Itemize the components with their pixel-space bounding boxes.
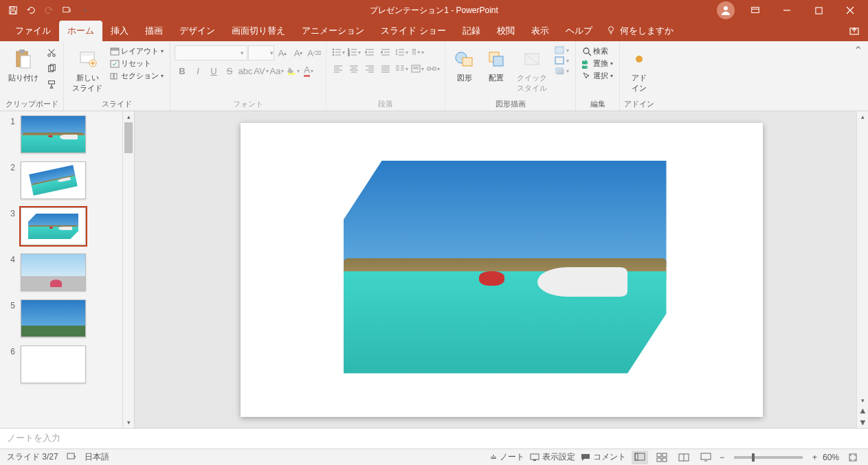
undo-icon[interactable] bbox=[23, 3, 38, 18]
maximize-icon[interactable] bbox=[803, 0, 834, 21]
new-slide-button[interactable]: 新しい スライド bbox=[68, 45, 107, 96]
tab-draw[interactable]: 描画 bbox=[137, 21, 171, 41]
shape-effects-icon[interactable]: ▾ bbox=[553, 66, 571, 76]
bold-icon[interactable]: B bbox=[175, 63, 190, 78]
find-button[interactable]: 検索 bbox=[580, 45, 610, 57]
addins-button[interactable]: アド イン bbox=[624, 45, 654, 96]
thumbnail-6[interactable]: 6 bbox=[7, 345, 120, 383]
shapes-button[interactable]: 図形 bbox=[449, 45, 480, 86]
zoom-in-icon[interactable]: + bbox=[812, 453, 817, 462]
scroll-up-icon[interactable]: ▴ bbox=[857, 111, 868, 122]
zoom-slider[interactable] bbox=[734, 456, 803, 459]
start-from-beginning-icon[interactable] bbox=[59, 3, 74, 18]
font-color-icon[interactable]: A▾ bbox=[301, 63, 316, 78]
bullets-icon[interactable]: ▾ bbox=[331, 45, 346, 59]
prev-slide-icon[interactable]: ⯅ bbox=[857, 406, 868, 417]
tab-file[interactable]: ファイル bbox=[7, 21, 59, 41]
collapse-ribbon-icon[interactable]: ⌃ bbox=[854, 41, 868, 111]
tab-review[interactable]: 校閲 bbox=[489, 21, 523, 41]
shape-fill-icon[interactable]: ▾ bbox=[553, 45, 571, 55]
strike-icon[interactable]: S bbox=[222, 63, 237, 78]
highlight-icon[interactable]: ▾ bbox=[285, 63, 300, 78]
canvas-scrollbar[interactable]: ▴ ▾ ⯅ ⯆ bbox=[856, 111, 868, 428]
char-spacing-icon[interactable]: AV▾ bbox=[254, 63, 269, 78]
select-button[interactable]: 選択▾ bbox=[580, 70, 615, 82]
tab-slideshow[interactable]: スライド ショー bbox=[372, 21, 454, 41]
tell-me-search[interactable]: 何をしますか bbox=[606, 25, 674, 37]
align-text-icon[interactable]: ▾ bbox=[410, 62, 425, 76]
line-spacing-icon[interactable]: ▾ bbox=[394, 45, 409, 59]
arrange-button[interactable]: 配置 bbox=[481, 45, 511, 86]
slideshow-view-icon[interactable] bbox=[698, 451, 714, 464]
align-left-icon[interactable] bbox=[331, 62, 346, 76]
comments-toggle[interactable]: コメント bbox=[581, 451, 626, 463]
font-size-input[interactable]: ▾ bbox=[248, 45, 274, 60]
thumbnail-1[interactable]: 1 bbox=[7, 115, 120, 153]
copy-icon[interactable] bbox=[44, 61, 59, 76]
fit-to-window-icon[interactable] bbox=[845, 451, 861, 464]
tab-home[interactable]: ホーム bbox=[59, 21, 102, 41]
section-button[interactable]: セクション▾ bbox=[108, 70, 166, 82]
share-button[interactable] bbox=[849, 25, 868, 36]
cut-icon[interactable] bbox=[44, 45, 59, 60]
scroll-down-icon[interactable]: ▾ bbox=[123, 417, 134, 428]
redo-icon[interactable] bbox=[41, 3, 56, 18]
qat-dropdown-icon[interactable]: ▾ bbox=[78, 3, 93, 18]
zoom-level[interactable]: 60% bbox=[823, 453, 839, 462]
numbering-icon[interactable]: 123▾ bbox=[346, 45, 361, 59]
account-avatar-icon[interactable] bbox=[717, 1, 735, 19]
slide-sorter-icon[interactable] bbox=[654, 451, 670, 464]
increase-font-icon[interactable]: A▴ bbox=[275, 45, 290, 60]
tab-transitions[interactable]: 画面切り替え bbox=[223, 21, 293, 41]
slide-canvas[interactable] bbox=[241, 123, 763, 417]
thumbnail-5[interactable]: 5 bbox=[7, 299, 120, 337]
layout-button[interactable]: レイアウト▾ bbox=[108, 45, 166, 57]
tab-help[interactable]: ヘルプ bbox=[557, 21, 601, 41]
thumbnail-3[interactable]: 3 bbox=[7, 207, 120, 245]
normal-view-icon[interactable] bbox=[632, 451, 648, 464]
underline-icon[interactable]: U bbox=[206, 63, 221, 78]
display-settings[interactable]: 表示設定 bbox=[530, 451, 575, 463]
quick-styles-button[interactable]: クイック スタイル bbox=[513, 45, 551, 96]
font-name-input[interactable]: ▾ bbox=[175, 45, 247, 60]
reset-button[interactable]: リセット bbox=[108, 58, 166, 69]
paste-button[interactable]: 貼り付け bbox=[4, 45, 43, 86]
shadow-icon[interactable]: abc bbox=[238, 63, 253, 78]
thumbnail-2[interactable]: 2 bbox=[7, 161, 120, 199]
save-icon[interactable] bbox=[5, 3, 21, 18]
notes-toggle[interactable]: ≐ ノート bbox=[490, 451, 524, 463]
tab-animations[interactable]: アニメーション bbox=[293, 21, 372, 41]
clear-format-icon[interactable]: A⌫ bbox=[307, 45, 322, 60]
align-right-icon[interactable] bbox=[362, 62, 377, 76]
close-icon[interactable] bbox=[835, 0, 865, 21]
tab-design[interactable]: デザイン bbox=[171, 21, 223, 41]
align-center-icon[interactable] bbox=[346, 62, 361, 76]
change-case-icon[interactable]: Aa▾ bbox=[269, 63, 285, 78]
tab-record[interactable]: 記録 bbox=[454, 21, 489, 41]
reading-view-icon[interactable] bbox=[676, 451, 692, 464]
text-direction-icon[interactable]: ▾ bbox=[410, 45, 425, 59]
indent-decrease-icon[interactable] bbox=[362, 45, 377, 59]
slide-indicator[interactable]: スライド 3/27 bbox=[7, 451, 58, 463]
ribbon-display-options-icon[interactable] bbox=[740, 0, 770, 21]
decrease-font-icon[interactable]: A▾ bbox=[291, 45, 306, 60]
next-slide-icon[interactable]: ⯆ bbox=[857, 417, 868, 428]
scroll-down-icon[interactable]: ▾ bbox=[857, 395, 868, 406]
format-painter-icon[interactable] bbox=[44, 77, 59, 92]
shape-outline-icon[interactable]: ▾ bbox=[553, 56, 571, 65]
tab-view[interactable]: 表示 bbox=[523, 21, 557, 41]
thumbnail-scrollbar[interactable]: ▴ ▾ bbox=[122, 111, 134, 428]
smartart-icon[interactable]: ▾ bbox=[425, 62, 441, 76]
scroll-up-icon[interactable]: ▴ bbox=[123, 111, 134, 122]
indent-increase-icon[interactable] bbox=[378, 45, 393, 59]
tab-insert[interactable]: 挿入 bbox=[102, 21, 137, 41]
justify-icon[interactable] bbox=[378, 62, 393, 76]
columns-icon[interactable]: ▾ bbox=[394, 62, 409, 76]
thumbnail-4[interactable]: 4 bbox=[7, 253, 120, 291]
minimize-icon[interactable] bbox=[772, 0, 802, 21]
notes-pane[interactable]: ノートを入力 bbox=[0, 428, 868, 449]
spellcheck-icon[interactable] bbox=[67, 451, 76, 463]
italic-icon[interactable]: I bbox=[190, 63, 205, 78]
replace-button[interactable]: abac置換▾ bbox=[580, 58, 615, 69]
language-label[interactable]: 日本語 bbox=[85, 451, 109, 463]
